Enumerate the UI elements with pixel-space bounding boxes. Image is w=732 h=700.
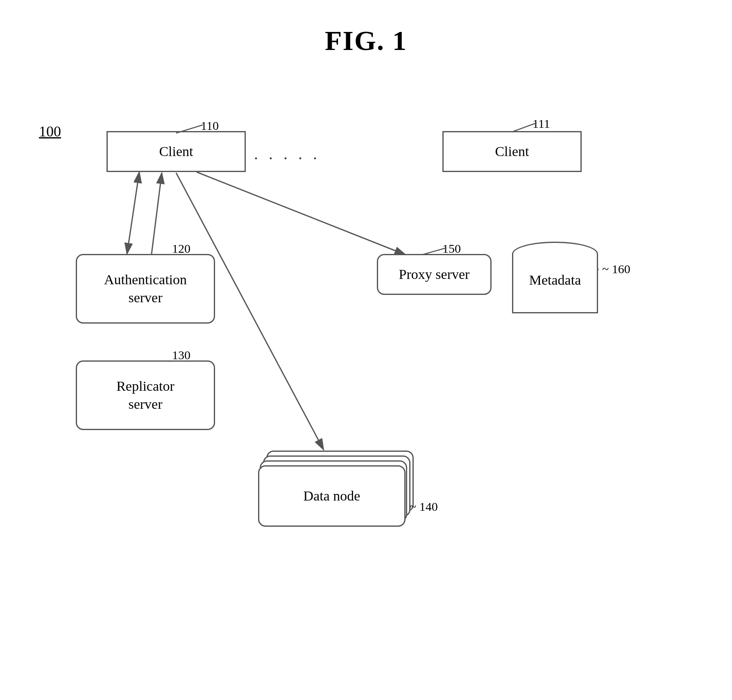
arrow-client-proxy: [197, 172, 406, 255]
diagram: FIG. 1 100 Client 110 Client 111 · · · ·…: [0, 0, 732, 700]
ref-160: ~ 160: [602, 262, 630, 276]
proxy-server-box: Proxy server: [377, 254, 492, 295]
data-node-label: Data node: [304, 488, 360, 504]
ref-100: 100: [39, 123, 61, 140]
arrow-auth-client: [152, 173, 162, 254]
metadata-cylinder: Metadata: [512, 242, 598, 313]
figure-title: FIG. 1: [325, 25, 407, 57]
arrows-svg: [0, 0, 732, 700]
ref-140: ~ 140: [410, 500, 438, 514]
proxy-server-label: Proxy server: [399, 265, 470, 283]
data-node-layer-4: Data node: [258, 465, 406, 527]
ellipsis-dots: · · · · ·: [254, 149, 320, 168]
ref-130: 130: [172, 348, 190, 362]
client-111-label: Client: [495, 143, 529, 161]
arrow-client-auth: [127, 172, 139, 254]
ref-150: 150: [442, 242, 461, 256]
ref-111: 111: [533, 117, 550, 131]
client-111-box: Client: [442, 131, 582, 172]
replicator-server-label: Replicatorserver: [116, 377, 175, 413]
svg-line-5: [598, 268, 599, 270]
ref-120: 120: [172, 242, 190, 256]
client-110-box: Client: [107, 131, 246, 172]
auth-server-box: Authenticationserver: [76, 254, 215, 324]
metadata-label: Metadata: [512, 272, 598, 288]
client-110-label: Client: [159, 143, 193, 161]
data-node-stack: Data node: [258, 451, 406, 528]
ref-110: 110: [201, 119, 219, 133]
auth-server-label: Authenticationserver: [104, 271, 187, 307]
replicator-server-box: Replicatorserver: [76, 360, 215, 430]
